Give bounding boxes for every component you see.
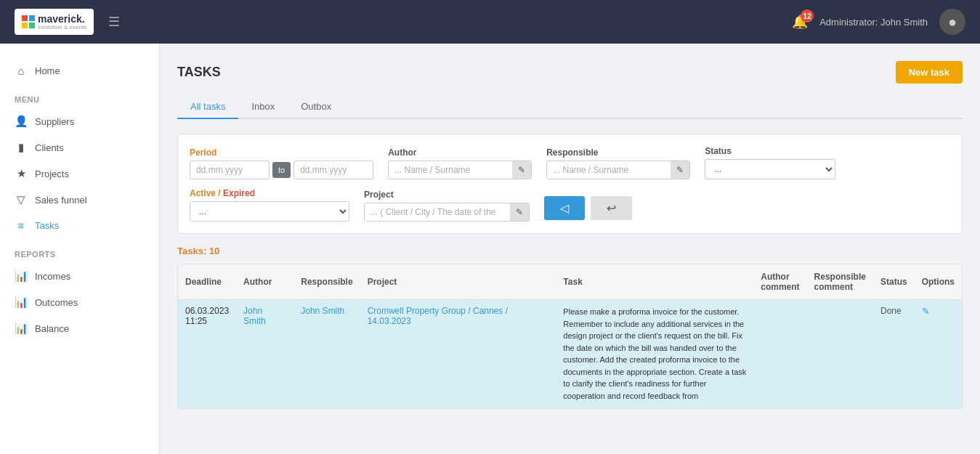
hamburger-menu[interactable]: ☰ bbox=[108, 14, 120, 30]
sidebar-item-incomes[interactable]: 📊 Incomes bbox=[0, 263, 159, 289]
sidebar-item-outcomes[interactable]: 📊 Outcomes bbox=[0, 289, 159, 315]
cell-project: Cromwell Property Group / Cannes / 14.03… bbox=[360, 300, 556, 408]
col-task: Task bbox=[556, 264, 753, 300]
logo-cell-yellow bbox=[22, 23, 28, 28]
sidebar-reports-section: REPORTS bbox=[0, 238, 159, 263]
cell-author-comment bbox=[753, 300, 806, 408]
cell-options: ✎ bbox=[915, 300, 962, 408]
table-header: Deadline Author Responsible Project Task… bbox=[178, 264, 962, 300]
sidebar-item-sales-funnel[interactable]: ▽ Sales funnel bbox=[0, 187, 159, 213]
project-edit-icon[interactable]: ✎ bbox=[510, 203, 529, 221]
sales-funnel-icon: ▽ bbox=[15, 193, 28, 206]
table-row: 06.03.202311:25 John Smith John Smith Cr… bbox=[178, 300, 962, 408]
col-responsible-comment: Responsiblecomment bbox=[807, 264, 873, 300]
logo[interactable]: maverick. exhibition & events bbox=[15, 9, 94, 35]
period-label: Period bbox=[190, 147, 373, 158]
tab-inbox[interactable]: Inbox bbox=[238, 95, 288, 119]
topnav-right: 🔔 12 Administrator: John Smith ● bbox=[792, 9, 965, 35]
logo-text-area: maverick. exhibition & events bbox=[38, 13, 86, 31]
author-label: Author bbox=[388, 147, 532, 158]
filter-responsible: Responsible ✎ bbox=[546, 147, 690, 179]
col-options: Options bbox=[915, 264, 962, 300]
tasks-icon: ≡ bbox=[15, 219, 28, 232]
admin-label: Administrator: John Smith bbox=[819, 17, 928, 28]
balance-icon: 📊 bbox=[15, 322, 28, 335]
col-author-comment: Authorcomment bbox=[753, 264, 806, 300]
status-select[interactable]: ... bbox=[705, 159, 835, 179]
sidebar-incomes-label: Incomes bbox=[35, 271, 70, 282]
author-edit-icon[interactable]: ✎ bbox=[512, 161, 531, 179]
tasks-count: Tasks: 10 bbox=[177, 246, 963, 256]
filter-row-2: Active / Expired ... Project ✎ ◁ ↩ bbox=[190, 188, 950, 222]
tab-outbox[interactable]: Outbox bbox=[288, 95, 344, 119]
col-responsible: Responsible bbox=[293, 264, 360, 300]
status-label: Status bbox=[705, 146, 835, 156]
filter-status: Status ... bbox=[705, 146, 835, 179]
logo-cell-red bbox=[22, 15, 28, 21]
sidebar-outcomes-label: Outcomes bbox=[35, 297, 78, 308]
tabs-bar: All tasks Inbox Outbox bbox=[177, 95, 963, 119]
tasks-count-value: 10 bbox=[209, 246, 219, 256]
sidebar-tasks-label: Tasks bbox=[35, 220, 59, 231]
col-status: Status bbox=[873, 264, 915, 300]
cell-task: Please make a proforma invoice for the c… bbox=[556, 300, 753, 408]
cell-responsible-comment bbox=[807, 300, 873, 408]
incomes-icon: 📊 bbox=[15, 269, 28, 283]
sidebar-projects-label: Projects bbox=[35, 169, 69, 179]
filter-period: Period to bbox=[190, 147, 373, 179]
active-expired-select[interactable]: ... bbox=[190, 201, 349, 222]
main-content: TASKS New task All tasks Inbox Outbox Pe… bbox=[160, 44, 980, 454]
filters-panel: Period to Author ✎ Responsible bbox=[177, 134, 963, 234]
layout: ⌂ Home MENU 👤 Suppliers ▮ Clients ★ Proj… bbox=[0, 44, 980, 454]
page-title: TASKS bbox=[177, 65, 221, 80]
sidebar-item-tasks[interactable]: ≡ Tasks bbox=[0, 213, 159, 238]
reset-button[interactable]: ↩ bbox=[591, 196, 632, 220]
sidebar-item-balance[interactable]: 📊 Balance bbox=[0, 315, 159, 341]
filter-button[interactable]: ◁ bbox=[544, 196, 585, 220]
active-expired-label: Active / Expired bbox=[190, 188, 349, 198]
author-input-wrap: ✎ bbox=[388, 161, 532, 179]
tasks-count-label: Tasks: bbox=[177, 246, 206, 256]
topnav-left: maverick. exhibition & events ☰ bbox=[15, 9, 120, 35]
col-project: Project bbox=[360, 264, 556, 300]
notification-count: 12 bbox=[801, 9, 814, 23]
project-input-wrap: ✎ bbox=[364, 203, 530, 222]
table-header-row: Deadline Author Responsible Project Task… bbox=[178, 264, 962, 300]
top-navigation: maverick. exhibition & events ☰ 🔔 12 Adm… bbox=[0, 0, 980, 44]
col-author: Author bbox=[236, 264, 293, 300]
projects-icon: ★ bbox=[15, 167, 28, 180]
project-label: Project bbox=[364, 190, 530, 200]
sidebar-item-home[interactable]: ⌂ Home bbox=[0, 58, 159, 84]
edit-icon[interactable]: ✎ bbox=[922, 306, 930, 317]
suppliers-icon: 👤 bbox=[15, 115, 28, 128]
cell-responsible: John Smith bbox=[293, 300, 360, 408]
logo-cell-green bbox=[29, 23, 35, 28]
responsible-edit-icon[interactable]: ✎ bbox=[671, 161, 689, 179]
avatar[interactable]: ● bbox=[939, 9, 965, 35]
filter-author: Author ✎ bbox=[388, 147, 532, 179]
logo-sub: exhibition & events bbox=[38, 25, 86, 31]
notifications-bell[interactable]: 🔔 12 bbox=[792, 14, 808, 30]
author-input[interactable] bbox=[389, 161, 512, 179]
period-to-input[interactable] bbox=[293, 161, 373, 179]
filter-active-expired: Active / Expired ... bbox=[190, 188, 349, 222]
responsible-input[interactable] bbox=[547, 161, 671, 179]
tab-all-tasks[interactable]: All tasks bbox=[177, 95, 238, 119]
cell-status: Done bbox=[873, 300, 915, 408]
cell-author: John Smith bbox=[236, 300, 293, 408]
logo-grid bbox=[22, 15, 35, 28]
period-to-btn[interactable]: to bbox=[272, 162, 291, 178]
sidebar-home-label: Home bbox=[35, 65, 60, 76]
new-task-button[interactable]: New task bbox=[896, 61, 963, 84]
logo-text: maverick. bbox=[38, 13, 85, 25]
logo-cell-blue bbox=[29, 15, 35, 21]
sidebar-item-projects[interactable]: ★ Projects bbox=[0, 161, 159, 187]
project-input[interactable] bbox=[365, 203, 510, 221]
filter-row-1: Period to Author ✎ Responsible bbox=[190, 146, 950, 179]
period-from-input[interactable] bbox=[190, 161, 270, 179]
home-icon: ⌂ bbox=[15, 65, 28, 77]
col-deadline: Deadline bbox=[178, 264, 236, 300]
sidebar-item-suppliers[interactable]: 👤 Suppliers bbox=[0, 108, 159, 134]
sidebar-item-clients[interactable]: ▮ Clients bbox=[0, 134, 159, 161]
sidebar-sales-funnel-label: Sales funnel bbox=[35, 195, 87, 206]
